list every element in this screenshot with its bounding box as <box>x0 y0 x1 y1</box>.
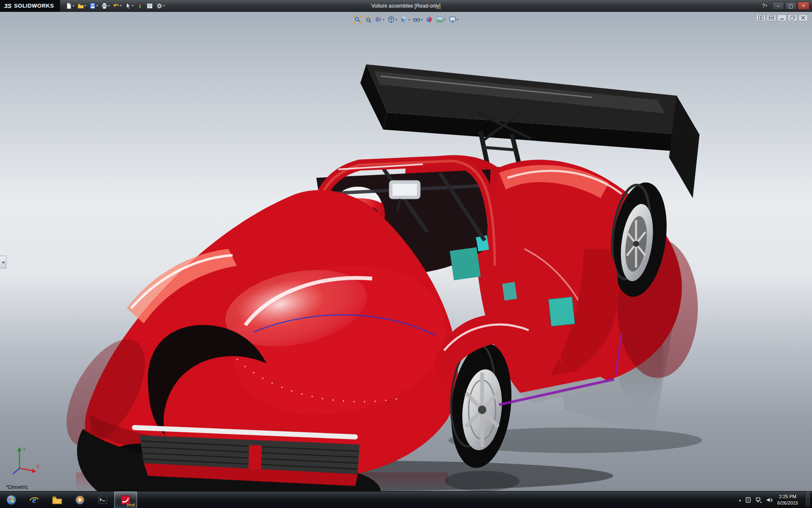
dropdown-arrow-icon: ▾ <box>408 18 410 22</box>
tile-vertical-button[interactable] <box>756 14 765 21</box>
standard-toolbar: ▾ ▾ ▾ ▾ ▾ ▾ ▾ <box>60 1 166 11</box>
zoom-to-area-button[interactable] <box>363 14 373 25</box>
system-tray: ▴ 2:25 PM 6/26/2015 <box>739 491 812 508</box>
media-player-icon <box>74 494 85 505</box>
file-properties-icon <box>146 3 153 9</box>
command-prompt-button[interactable] <box>91 491 114 508</box>
graphics-area[interactable]: ▾ ▾ ▾ ▾ ▾ ▾ ◀ Y X *Dimetric <box>0 12 812 491</box>
undo-arrow-icon <box>113 3 120 9</box>
dropdown-arrow-icon: ▾ <box>765 4 767 8</box>
volume-icon <box>766 497 773 503</box>
z-axis <box>13 468 19 474</box>
dropdown-arrow-icon: ▾ <box>395 18 397 22</box>
rebuild-button[interactable] <box>135 1 145 11</box>
printer-icon <box>101 3 108 9</box>
minimize-document-button[interactable] <box>777 14 787 21</box>
zoom-to-fit-icon <box>354 16 361 23</box>
view-settings-icon <box>449 16 456 23</box>
view-orientation-button[interactable]: ▾ <box>386 14 398 25</box>
open-button[interactable]: ▾ <box>76 1 88 11</box>
y-axis-label: Y <box>23 447 26 452</box>
zoom-to-area-icon <box>364 16 372 23</box>
edit-appearance-button[interactable] <box>424 14 434 25</box>
x-axis-arrow <box>32 469 36 473</box>
file-properties-button[interactable] <box>145 1 154 11</box>
solidworks-version-badge: 2015 <box>126 503 135 507</box>
dropdown-arrow-icon: ▾ <box>444 18 446 22</box>
minimize-icon <box>779 16 785 20</box>
internet-explorer-button[interactable]: e <box>23 491 46 508</box>
help-button[interactable]: ?▾ <box>762 3 767 9</box>
help-label: ? <box>762 3 765 9</box>
minimize-button[interactable]: – <box>772 2 784 10</box>
volume-button[interactable] <box>766 497 773 503</box>
undo-button[interactable]: ▾ <box>112 1 123 11</box>
model-3d-view[interactable] <box>0 12 812 491</box>
dassault-3ds-icon: 3S <box>4 3 11 9</box>
restore-icon <box>790 16 795 20</box>
folder-icon <box>52 494 63 505</box>
view-settings-button[interactable]: ▾ <box>447 14 460 25</box>
window-controls: ?▾ – ▢ × <box>762 2 812 10</box>
new-button[interactable]: ▾ <box>64 1 76 11</box>
restore-document-button[interactable] <box>788 14 797 21</box>
gear-icon <box>156 3 163 9</box>
panel-collapse-tab[interactable]: ◀ <box>0 256 6 268</box>
display-style-icon <box>400 16 408 23</box>
select-cursor-icon <box>125 3 132 9</box>
media-player-button[interactable] <box>69 491 91 508</box>
document-window-controls <box>756 14 808 21</box>
hide-show-items-button[interactable]: ▾ <box>411 14 424 25</box>
section-view-icon <box>375 16 382 23</box>
dropdown-arrow-icon: ▾ <box>457 18 458 22</box>
internet-explorer-icon: e <box>29 494 40 505</box>
options-button[interactable]: ▾ <box>155 1 166 11</box>
network-button[interactable] <box>755 497 762 503</box>
svg-text:e: e <box>32 495 36 505</box>
close-document-button[interactable] <box>798 14 808 21</box>
section-view-button[interactable]: ▾ <box>373 14 386 25</box>
windows-explorer-button[interactable] <box>46 491 69 508</box>
command-prompt-icon <box>97 494 108 505</box>
network-icon <box>755 497 762 503</box>
display-style-button[interactable]: ▾ <box>399 14 411 25</box>
tile-horizontal-button[interactable] <box>767 14 776 21</box>
headsup-toolbar: ▾ ▾ ▾ ▾ ▾ ▾ <box>352 14 460 25</box>
dropdown-arrow-icon: ▾ <box>85 4 86 8</box>
y-axis-arrow <box>17 447 22 451</box>
dropdown-arrow-icon: ▾ <box>96 4 98 8</box>
new-document-icon <box>66 3 72 9</box>
windows-start-icon <box>6 494 17 505</box>
show-desktop-button[interactable] <box>805 491 811 508</box>
side-window[interactable] <box>549 297 575 326</box>
show-hidden-icons-button[interactable]: ▴ <box>739 498 741 502</box>
restore-button[interactable]: ▢ <box>785 2 797 10</box>
tile-vertical-icon <box>758 16 763 20</box>
zoom-to-fit-button[interactable] <box>352 14 362 25</box>
print-button[interactable]: ▾ <box>100 1 111 11</box>
clock-time: 2:25 PM <box>777 494 798 500</box>
select-button[interactable]: ▾ <box>123 1 135 11</box>
view-orientation-label: *Dimetric <box>6 484 28 490</box>
action-center-button[interactable] <box>745 497 752 503</box>
taskbar-clock[interactable]: 2:25 PM 6/26/2015 <box>776 494 801 506</box>
close-button[interactable]: × <box>798 2 809 10</box>
tile-horizontal-icon <box>769 16 774 20</box>
dropdown-arrow-icon: ▾ <box>132 4 134 8</box>
rebuild-traffic-light-icon <box>137 3 143 9</box>
action-center-icon <box>745 497 752 503</box>
dropdown-arrow-icon: ▾ <box>421 18 422 22</box>
open-folder-icon <box>77 3 84 9</box>
apply-scene-button[interactable]: ▾ <box>435 14 447 25</box>
start-button[interactable] <box>0 491 23 508</box>
solidworks-taskbar-button[interactable]: 2015 <box>114 491 137 508</box>
glasses-icon <box>413 16 420 23</box>
dropdown-arrow-icon: ▾ <box>120 4 122 8</box>
close-icon <box>801 16 806 20</box>
x-axis-label: X <box>36 464 40 469</box>
appearance-ball-icon <box>425 16 433 23</box>
save-button[interactable]: ▾ <box>88 1 99 11</box>
dropdown-arrow-icon: ▾ <box>383 18 384 22</box>
title-bar: 3S SOLIDWORKS ▾ ▾ ▾ ▾ ▾ ▾ ▾ Voiture asse… <box>0 0 812 12</box>
clock-date: 6/26/2015 <box>777 500 798 506</box>
